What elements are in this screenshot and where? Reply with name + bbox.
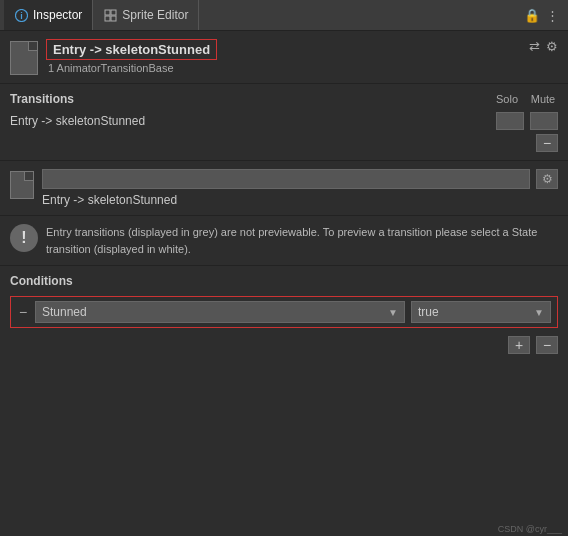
condition-left-value: Stunned <box>42 305 87 319</box>
header-section: Entry -> skeletonStunned 1 AnimatorTrans… <box>0 31 568 84</box>
dropdown-arrow-left: ▼ <box>388 307 398 318</box>
tab-inspector[interactable]: i Inspector <box>4 0 93 30</box>
tab-sprite-editor[interactable]: Sprite Editor <box>93 0 199 30</box>
file-icon <box>10 41 38 75</box>
menu-icon[interactable]: ⋮ <box>546 8 560 23</box>
preview-top-row: ⚙ <box>42 169 558 189</box>
svg-rect-3 <box>111 10 116 15</box>
condition-minus-icon[interactable]: − <box>17 304 29 320</box>
preview-file-icon <box>10 171 34 199</box>
preview-gear-button[interactable]: ⚙ <box>536 169 558 189</box>
footer: CSDN @cyr___ <box>498 524 562 534</box>
svg-text:i: i <box>20 11 23 21</box>
warning-icon: ! <box>10 224 38 252</box>
tab-sprite-editor-label: Sprite Editor <box>122 8 188 22</box>
footer-text: CSDN @cyr___ <box>498 524 562 534</box>
add-condition-button[interactable]: + <box>508 336 530 354</box>
preview-name: Entry -> skeletonStunned <box>42 193 558 207</box>
tab-inspector-label: Inspector <box>33 8 82 22</box>
grid-icon <box>103 8 117 22</box>
col-mute-label: Mute <box>528 93 558 105</box>
lock-icon[interactable]: 🔒 <box>524 8 540 23</box>
col-solo-label: Solo <box>492 93 522 105</box>
svg-rect-5 <box>111 16 116 21</box>
preview-section: ⚙ Entry -> skeletonStunned <box>0 161 568 216</box>
tab-bar: i Inspector Sprite Editor 🔒 ⋮ <box>0 0 568 31</box>
conditions-section: Conditions − Stunned ▼ true ▼ + − <box>0 266 568 362</box>
arrows-icon[interactable]: ⇄ <box>529 39 540 54</box>
preview-bar <box>42 169 530 189</box>
svg-rect-4 <box>105 16 110 21</box>
header-text: Entry -> skeletonStunned 1 AnimatorTrans… <box>46 39 521 74</box>
condition-right-dropdown[interactable]: true ▼ <box>411 301 551 323</box>
remove-transition-button[interactable]: − <box>536 134 558 152</box>
info-icon: i <box>14 8 28 22</box>
transition-row: Entry -> skeletonStunned <box>10 112 558 130</box>
svg-rect-2 <box>105 10 110 15</box>
condition-right-value: true <box>418 305 439 319</box>
header-controls: ⇄ ⚙ <box>529 39 558 54</box>
warning-text: Entry transitions (displayed in grey) ar… <box>46 224 558 257</box>
mute-toggle[interactable] <box>530 112 558 130</box>
content: Entry -> skeletonStunned 1 AnimatorTrans… <box>0 31 568 362</box>
warning-section: ! Entry transitions (displayed in grey) … <box>0 216 568 266</box>
solo-toggle[interactable] <box>496 112 524 130</box>
transitions-header: Transitions Solo Mute <box>10 92 558 106</box>
col-headers: Solo Mute <box>492 93 558 105</box>
transitions-title: Transitions <box>10 92 74 106</box>
transitions-section: Transitions Solo Mute Entry -> skeletonS… <box>0 84 568 161</box>
header-subtitle: 1 AnimatorTransitionBase <box>46 62 521 74</box>
condition-row: − Stunned ▼ true ▼ <box>10 296 558 328</box>
preview-inner: ⚙ Entry -> skeletonStunned <box>42 169 558 207</box>
action-buttons: + − <box>10 336 558 354</box>
remove-condition-button[interactable]: − <box>536 336 558 354</box>
dropdown-arrow-right: ▼ <box>534 307 544 318</box>
exclamation-icon: ! <box>21 229 26 247</box>
conditions-title: Conditions <box>10 274 558 288</box>
header-title: Entry -> skeletonStunned <box>46 39 217 60</box>
gear-icon[interactable]: ⚙ <box>546 39 558 54</box>
condition-left-dropdown[interactable]: Stunned ▼ <box>35 301 405 323</box>
tab-bar-actions: 🔒 ⋮ <box>524 8 564 23</box>
transition-label: Entry -> skeletonStunned <box>10 114 490 128</box>
